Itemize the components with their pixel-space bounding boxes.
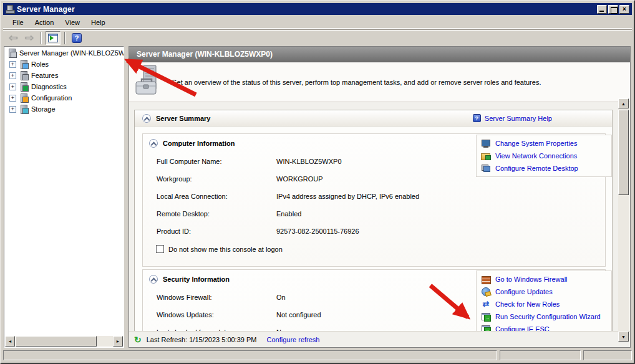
close-button[interactable]: × <box>619 5 629 14</box>
link-row[interactable]: Configure Updates <box>477 285 611 298</box>
status-segment <box>583 350 632 360</box>
expand-plus-icon[interactable]: + <box>9 72 16 79</box>
console-logon-checkbox-label: Do not show me this console at logon <box>168 246 283 253</box>
security-information-links: Go to Windows Firewall Configure Updates… <box>476 271 612 331</box>
window-title: Server Manager <box>17 5 75 14</box>
system-properties-icon <box>481 138 491 148</box>
toolbar: ⇦ ⇨ ? <box>3 29 632 46</box>
tree-item-diagnostics[interactable]: + Diagnostics <box>4 82 124 92</box>
configure-remote-desktop-link[interactable]: Configure Remote Desktop <box>495 165 578 172</box>
security-information-title: Security Information <box>163 275 230 283</box>
collapse-chevron-icon[interactable] <box>149 275 158 284</box>
expand-plus-icon[interactable]: + <box>9 84 16 90</box>
tree-root-server-manager[interactable]: Server Manager (WIN-KLBLOZ5WXI <box>4 48 124 58</box>
tree-item-configuration[interactable]: + Configuration <box>4 93 124 103</box>
show-console-tree-button[interactable] <box>46 31 61 45</box>
overview-banner: Get an overview of the status of this se… <box>129 62 630 102</box>
link-row[interactable]: Change System Properties <box>477 137 611 150</box>
tree-item-features[interactable]: + Features <box>4 70 124 80</box>
tree-item-label: Roles <box>31 60 49 68</box>
view-network-connections-link[interactable]: View Network Connections <box>495 152 577 160</box>
console-logon-checkbox[interactable] <box>156 245 164 253</box>
menu-file[interactable]: File <box>7 17 29 27</box>
check-new-roles-icon: ⇄ <box>481 299 491 309</box>
configure-refresh-link[interactable]: Configure refresh <box>266 336 319 343</box>
link-row[interactable]: ⇄ Check for New Roles <box>477 298 611 310</box>
features-icon <box>19 70 29 80</box>
collapse-chevron-icon[interactable] <box>149 139 158 148</box>
back-arrow-icon: ⇦ <box>9 32 17 44</box>
link-row[interactable]: Configure IE ESC <box>477 323 611 331</box>
tree-horizontal-scrollbar[interactable]: ◄ ► <box>5 336 123 347</box>
server-summary-section: Server Summary ? Server Summary Help Com… <box>134 110 613 331</box>
details-pane: Server Manager (WIN-KLBLOZ5WXP0) Get an … <box>128 46 631 348</box>
maximize-button[interactable] <box>608 5 618 14</box>
link-row[interactable]: Configure Remote Desktop <box>477 162 611 175</box>
collapse-chevron-icon[interactable] <box>142 114 151 123</box>
expand-plus-icon[interactable]: + <box>9 61 16 68</box>
tree-item-roles[interactable]: + Roles <box>4 59 124 69</box>
status-segment <box>3 350 497 360</box>
field-row: Product ID: 92573-082-2500115-76926 <box>143 223 605 240</box>
minimize-button[interactable] <box>597 5 607 14</box>
link-row[interactable]: Go to Windows Firewall <box>477 273 611 285</box>
server-summary-help-link[interactable]: Server Summary Help <box>485 115 552 122</box>
field-label: Full Computer Name: <box>157 158 276 165</box>
menu-view[interactable]: View <box>59 17 85 27</box>
check-for-new-roles-link[interactable]: Check for New Roles <box>495 300 560 308</box>
menu-action[interactable]: Action <box>29 17 60 27</box>
scroll-down-icon[interactable]: ▼ <box>618 332 629 342</box>
configure-ie-esc-link[interactable]: Configure IE ESC <box>495 325 550 331</box>
expand-plus-icon[interactable]: + <box>9 106 16 113</box>
field-value: IPv4 address assigned by DHCP, IPv6 enab… <box>276 193 605 200</box>
server-manager-node-icon <box>7 48 17 58</box>
details-header-bar: Server Manager (WIN-KLBLOZ5WXP0) <box>129 47 630 62</box>
field-value: Enabled <box>276 210 605 218</box>
remote-desktop-icon <box>481 163 491 173</box>
link-row[interactable]: View Network Connections <box>477 150 611 162</box>
scroll-up-icon[interactable]: ▲ <box>618 98 629 108</box>
field-label: Local Area Connection: <box>157 193 276 200</box>
forward-button[interactable]: ⇨ <box>22 31 37 45</box>
tree-item-storage[interactable]: + Storage <box>4 104 124 114</box>
last-refresh-text: Last Refresh: 1/15/2023 5:00:39 PM <box>147 336 257 343</box>
status-bar <box>2 349 633 362</box>
scrollbar-track[interactable] <box>97 336 113 347</box>
scroll-left-icon[interactable]: ◄ <box>5 336 15 347</box>
computer-information-links: Change System Properties View Network Co… <box>476 135 612 177</box>
field-label: Product ID: <box>157 228 276 235</box>
console-tree-icon <box>48 34 58 42</box>
title-bar[interactable]: Server Manager × <box>3 3 632 15</box>
menu-bar: File Action View Help <box>3 16 632 29</box>
configure-updates-link[interactable]: Configure Updates <box>495 288 553 295</box>
scroll-right-icon[interactable]: ► <box>113 336 123 347</box>
field-value: 92573-082-2500115-76926 <box>276 228 605 235</box>
console-logon-option: Do not show me this console at logon <box>156 245 605 253</box>
back-button[interactable]: ⇦ <box>6 31 21 45</box>
roles-icon <box>19 59 29 69</box>
field-label: Workgroup: <box>157 175 276 183</box>
toolbar-separator <box>64 32 65 44</box>
refresh-status-row: ↻ Last Refresh: 1/15/2023 5:00:39 PM Con… <box>129 331 630 347</box>
change-system-properties-link[interactable]: Change System Properties <box>495 140 577 147</box>
firewall-icon <box>481 274 491 284</box>
scrollbar-thumb[interactable] <box>16 336 97 347</box>
tree-item-label: Features <box>31 72 58 79</box>
server-summary-help[interactable]: ? Server Summary Help <box>473 114 552 122</box>
configuration-icon <box>19 93 29 103</box>
details-vertical-scrollbar[interactable]: ▲ ▼ <box>618 98 629 342</box>
field-row: Remote Desktop: Enabled <box>143 205 605 223</box>
scrollbar-thumb[interactable] <box>618 110 629 195</box>
field-label: Windows Updates: <box>157 311 276 318</box>
status-segment <box>500 350 581 360</box>
network-connections-icon <box>481 151 491 161</box>
security-wizard-icon <box>481 312 491 322</box>
expand-plus-icon[interactable]: + <box>9 95 16 102</box>
ie-esc-icon <box>481 324 491 331</box>
console-tree-panel: Server Manager (WIN-KLBLOZ5WXI + Roles +… <box>4 46 124 348</box>
link-row[interactable]: Run Security Configuration Wizard <box>477 310 611 323</box>
menu-help[interactable]: Help <box>85 17 111 27</box>
go-to-windows-firewall-link[interactable]: Go to Windows Firewall <box>495 275 568 283</box>
run-security-configuration-wizard-link[interactable]: Run Security Configuration Wizard <box>495 313 601 320</box>
help-button[interactable]: ? <box>69 31 84 45</box>
